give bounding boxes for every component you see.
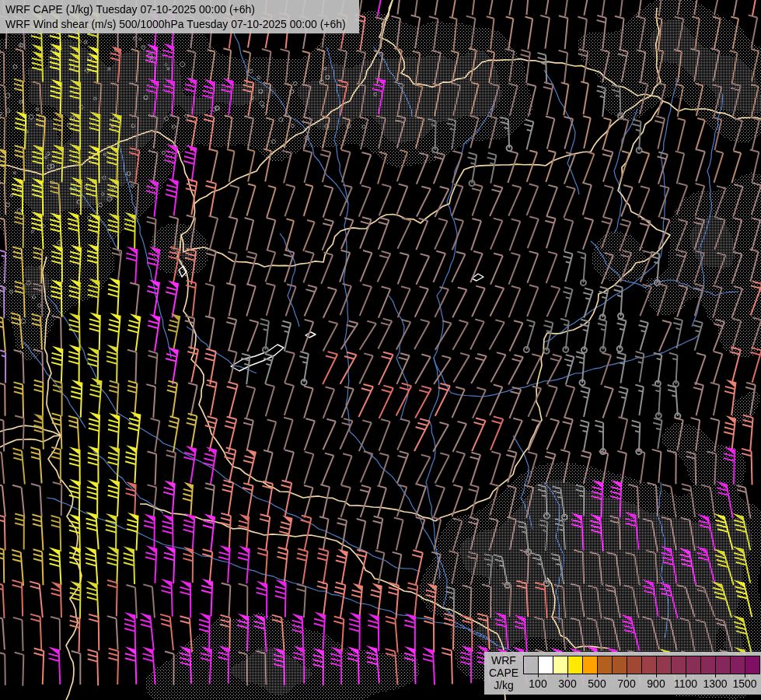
legend-swatch [701,656,716,674]
legend-label: WRF CAPE J/kg [484,654,523,691]
legend-swatch [539,656,553,674]
cape-legend: WRF CAPE J/kg 10030050070090011001300150… [484,652,761,695]
legend-swatch [524,656,539,674]
legend-tick-label: 1300 [700,677,731,690]
legend-tick-label: 1500 [729,677,760,690]
map-canvas [0,0,761,700]
legend-swatch [553,656,568,674]
legend-swatch [598,656,613,674]
legend-swatch [657,656,672,674]
legend-tick-label: 900 [641,677,672,690]
legend-tick-label: 100 [522,677,553,690]
legend-tick-label: 500 [581,677,613,690]
title-line-cape: WRF CAPE (J/kg) Tuesday 07-10-2025 00:00… [5,2,359,17]
legend-label-unit: J/kg [484,679,523,691]
legend-tick-label: 1100 [670,677,701,690]
legend-swatch [613,656,627,674]
legend-tick-label: 300 [552,677,583,690]
legend-swatch [745,656,759,674]
title-box: WRF CAPE (J/kg) Tuesday 07-10-2025 00:00… [0,0,359,33]
legend-color-bar [523,656,760,674]
legend-swatch [716,656,731,674]
legend-swatch [568,656,583,674]
legend-label-cape: CAPE [484,667,523,679]
legend-swatch [672,656,686,674]
weather-map: WRF CAPE (J/kg) Tuesday 07-10-2025 00:00… [0,0,761,700]
title-line-shear: WRF Wind shear (m/s) 500/1000hPa Tuesday… [5,17,359,32]
legend-swatch [731,656,745,674]
legend-swatch [686,656,701,674]
legend-tick-label: 700 [611,677,642,690]
legend-swatch [642,656,657,674]
legend-label-wrf: WRF [484,654,523,667]
legend-swatch [627,656,642,674]
legend-swatch [583,656,598,674]
